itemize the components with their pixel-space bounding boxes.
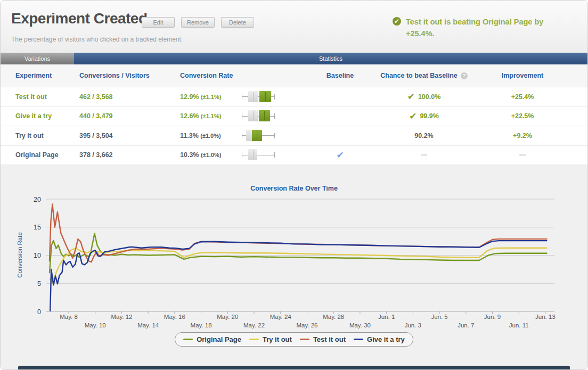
legend-swatch-green: [183, 339, 193, 340]
confidence-interval-plot: [241, 149, 275, 161]
winner-check-icon: ✔: [409, 112, 416, 121]
winner-check-icon: ✔: [407, 92, 415, 101]
confidence-interval-plot: [241, 110, 275, 122]
conversion-rate-value: 10.3% (±1.0%): [180, 151, 240, 159]
variation-name: Give it a try: [15, 112, 79, 120]
improvement-value: +9.2%: [469, 132, 576, 139]
legend-item-give-it-a-try: Give it a try: [354, 335, 405, 343]
conversions-visitors: 440 / 3,479: [79, 112, 180, 120]
edit-button[interactable]: Edit: [142, 17, 175, 28]
svg-text:May. 14: May. 14: [137, 322, 159, 328]
delete-button[interactable]: Delete: [221, 17, 254, 28]
remove-button[interactable]: Remove: [181, 17, 215, 28]
col-header-improvement: Improvement: [469, 72, 576, 79]
svg-text:Jun. 7: Jun. 7: [458, 322, 474, 328]
table-row: Try it out 395 / 3,504 11.3% (±1.0%) ✔ ✔…: [1, 126, 587, 146]
experiment-description: The percentage of visitors who clicked o…: [11, 36, 183, 43]
variation-name: Test it out: [15, 93, 79, 101]
svg-text:May. 10: May. 10: [85, 322, 106, 328]
chance-value: ---: [421, 151, 428, 159]
conversions-visitors: 395 / 3,504: [79, 132, 180, 139]
svg-text:Jun. 9: Jun. 9: [484, 314, 501, 320]
conversions-visitors: 378 / 3,662: [79, 151, 180, 159]
chart-title: Conversion Rate Over Time: [1, 185, 587, 192]
chance-header-label: Chance to beat Baseline: [380, 72, 458, 79]
status-message-text: Test it out is beating Original Page by …: [406, 16, 561, 40]
svg-text:Jun. 1: Jun. 1: [378, 314, 395, 320]
results-table-header: Experiment Conversions / Visitors Conver…: [1, 64, 587, 87]
variations-section-header: Variations: [1, 53, 74, 64]
svg-text:Jun. 3: Jun. 3: [405, 322, 421, 328]
legend-swatch-yellow: [249, 339, 259, 340]
svg-text:May. 12: May. 12: [111, 314, 132, 320]
conversions-visitors: 462 / 3,568: [79, 93, 180, 101]
svg-text:May. 28: May. 28: [323, 314, 344, 320]
svg-text:Jun. 11: Jun. 11: [509, 322, 529, 328]
legend-swatch-blue: [354, 339, 363, 340]
col-header-baseline: Baseline: [301, 72, 379, 79]
svg-text:May. 26: May. 26: [296, 322, 317, 328]
status-message: ✓ Test it out is beating Original Page b…: [393, 16, 568, 40]
svg-text:Jun. 5: Jun. 5: [431, 314, 447, 320]
svg-text:May. 18: May. 18: [191, 322, 212, 328]
svg-text:15: 15: [34, 224, 41, 231]
page-header: Experiment Created Edit Remove Delete Th…: [1, 1, 587, 53]
conversion-rate-value: 12.6% (±1.1%): [180, 112, 240, 120]
confidence-interval-plot: [241, 129, 275, 142]
table-row: Original Page 378 / 3,662 10.3% (±1.0%) …: [1, 146, 587, 166]
statistics-section-header: Statistics: [74, 53, 587, 64]
svg-text:May. 24: May. 24: [270, 314, 292, 320]
legend-item-test-it-out: Test it out: [300, 335, 346, 343]
chance-value: 100.0%: [418, 93, 440, 101]
legend-item-original-page: Original Page: [183, 335, 241, 343]
conversion-rate-chart: 05101520May. 8May. 10May. 12May. 14May. …: [1, 193, 588, 330]
improvement-value: +25.4%: [469, 93, 576, 101]
chance-value: 99.9%: [420, 112, 438, 120]
col-header-experiment: Experiment: [15, 72, 79, 79]
table-row: Give it a try 440 / 3,479 12.6% (±1.1%) …: [1, 107, 587, 127]
col-header-conversion-rate: Conversion Rate: [180, 72, 240, 79]
svg-text:Jun. 13: Jun. 13: [535, 314, 556, 320]
svg-text:0: 0: [37, 308, 41, 316]
svg-text:20: 20: [34, 196, 41, 203]
legend-item-try-it-out: Try it out: [249, 335, 292, 343]
chart-section: Conversion Rate Over Time 05101520May. 8…: [1, 185, 587, 347]
header-actions: Edit Remove Delete: [142, 17, 254, 28]
chance-value: 90.2%: [414, 132, 433, 139]
chart-legend: Original Page Try it out Test it out Giv…: [1, 332, 587, 347]
col-header-conversions: Conversions / Visitors: [79, 72, 180, 79]
svg-text:10: 10: [34, 252, 41, 259]
confidence-interval-plot: [241, 91, 275, 103]
conversion-rate-value: 11.3% (±1.0%): [180, 132, 240, 139]
improvement-value: +22.5%: [469, 112, 576, 120]
variation-name: Original Page: [15, 151, 79, 159]
legend-swatch-red: [300, 339, 309, 340]
help-icon[interactable]: ?: [461, 72, 468, 79]
legend-label: Test it out: [313, 335, 346, 343]
next-panel-edge: [18, 366, 570, 369]
legend-label: Try it out: [263, 335, 292, 343]
table-row: Test it out 462 / 3,568 12.9% (±1.1%) ✔ …: [1, 87, 587, 107]
col-header-chance-to-beat: Chance to beat Baseline ?: [379, 72, 469, 79]
conversion-rate-value: 12.9% (±1.1%): [180, 93, 240, 101]
svg-text:May. 8: May. 8: [60, 314, 78, 320]
variation-name: Try it out: [15, 132, 79, 139]
baseline-check-icon: ✔: [336, 150, 344, 160]
legend-label: Original Page: [197, 335, 241, 343]
svg-text:May. 22: May. 22: [243, 322, 265, 328]
svg-text:Conversion Rate: Conversion Rate: [17, 232, 23, 278]
svg-text:5: 5: [37, 280, 41, 287]
svg-text:May. 16: May. 16: [164, 314, 185, 320]
improvement-value: ---: [469, 151, 576, 159]
svg-text:May. 20: May. 20: [217, 314, 238, 320]
svg-text:May. 30: May. 30: [349, 322, 371, 328]
page-title: Experiment Created: [11, 10, 148, 27]
legend-label: Give it a try: [367, 335, 405, 343]
check-circle-icon: ✓: [393, 17, 401, 26]
experiment-results-panel: Experiment Created Edit Remove Delete Th…: [0, 0, 588, 370]
section-header-bar: Variations Statistics: [1, 53, 587, 64]
